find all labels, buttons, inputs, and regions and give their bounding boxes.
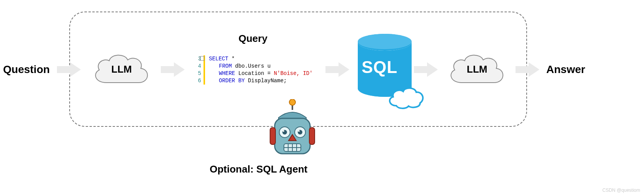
svg-point-5	[289, 99, 295, 105]
footer-watermark: CSDN @questiom	[602, 188, 640, 193]
code-lines: SELECT * FROM dbo.Users u WHERE Location…	[209, 55, 321, 85]
llm-cloud: LLM	[91, 50, 152, 88]
robot-icon	[265, 99, 319, 161]
fold-marker-icon	[204, 55, 205, 85]
arrow-icon	[325, 62, 349, 77]
llm-label: LLM	[91, 50, 152, 88]
llm-cloud: LLM	[446, 50, 508, 88]
svg-point-14	[283, 130, 284, 132]
svg-rect-9	[309, 128, 315, 145]
svg-rect-8	[270, 128, 275, 145]
query-label: Query	[239, 33, 267, 45]
database-label: SQL	[362, 58, 397, 77]
answer-label: Answer	[546, 63, 585, 76]
question-label: Question	[3, 63, 50, 76]
svg-point-3	[358, 34, 412, 49]
agent-label: Optional: SQL Agent	[210, 163, 307, 175]
arrow-icon	[161, 62, 185, 77]
svg-point-15	[298, 130, 300, 132]
sql-code-block: 3 4 5 6 SELECT * FROM dbo.Users u WHERE …	[194, 55, 321, 85]
llm-label: LLM	[446, 50, 508, 88]
database-icon: SQL	[350, 31, 431, 111]
arrow-icon	[57, 62, 81, 77]
arrow-icon	[516, 62, 539, 77]
